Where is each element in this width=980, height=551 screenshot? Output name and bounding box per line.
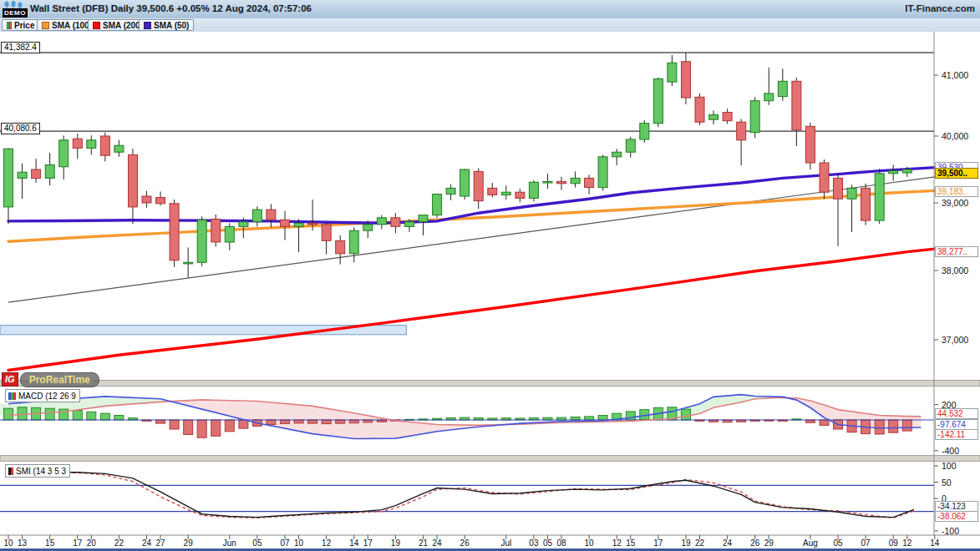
candle[interactable] [709,114,718,119]
macd-bar[interactable] [225,420,234,432]
candle[interactable] [294,223,303,226]
pane-separator[interactable] [0,381,980,387]
candle[interactable] [391,218,400,227]
macd-bar[interactable] [156,420,165,423]
macd-bar[interactable] [267,420,276,425]
candle[interactable] [792,81,801,129]
macd-bar[interactable] [875,420,884,434]
macd-bar[interactable] [820,420,829,425]
sma-200-line[interactable] [8,249,935,370]
candle[interactable] [737,122,746,140]
candle[interactable] [239,222,248,227]
macd-bar[interactable] [626,412,635,420]
candle[interactable] [129,154,138,207]
candle[interactable] [612,152,622,157]
candle[interactable] [875,174,884,220]
candle[interactable] [197,220,206,262]
candle[interactable] [308,223,317,225]
macd-bar[interactable] [322,420,331,424]
macd-bar[interactable] [100,413,109,420]
macd-bar[interactable] [682,409,691,420]
candle[interactable] [87,140,96,149]
candle[interactable] [419,215,428,222]
candle[interactable] [653,78,663,123]
candle[interactable] [405,222,414,227]
candle[interactable] [515,192,525,198]
macd-bar[interactable] [889,420,898,432]
macd-bar[interactable] [598,416,607,421]
macd-bar[interactable] [18,407,27,420]
macd-histogram[interactable] [4,407,912,437]
candle[interactable] [336,240,345,253]
candle[interactable] [834,178,843,199]
candle[interactable] [723,113,732,121]
candle[interactable] [682,62,691,98]
smi-label-box[interactable]: SMI (14 3 5 3 [5,464,70,478]
candle[interactable] [170,204,179,260]
candle[interactable] [474,171,483,200]
candle[interactable] [100,136,109,155]
candle[interactable] [626,139,635,152]
trendline[interactable] [8,177,935,302]
candle[interactable] [433,195,442,215]
macd-bar[interactable] [170,420,179,429]
candle[interactable] [32,169,41,178]
macd-bar[interactable] [4,408,13,420]
candle[interactable] [377,218,386,225]
candle[interactable] [668,63,677,82]
smi-main-line[interactable] [8,473,914,518]
candle[interactable] [585,178,594,187]
macd-bar[interactable] [45,408,54,420]
candle[interactable] [543,181,552,183]
candle[interactable] [902,169,911,173]
candle[interactable] [114,145,124,152]
chart-canvas[interactable] [0,0,980,551]
candle[interactable] [460,169,470,196]
candle[interactable] [225,226,234,242]
pane-separator[interactable] [0,456,980,462]
candle[interactable] [446,188,455,194]
candle[interactable] [349,230,358,254]
macd-bar[interactable] [308,420,317,423]
macd-bar[interactable] [114,416,124,421]
macd-label-box[interactable]: MACD (12 26 9 [5,389,80,402]
candle[interactable] [598,157,607,188]
candle[interactable] [764,94,774,101]
macd-bar[interactable] [197,420,206,437]
candle[interactable] [59,140,69,167]
macd-bar[interactable] [184,420,193,435]
macd-bar[interactable] [239,420,248,428]
candle[interactable] [695,97,704,122]
candle[interactable] [571,178,580,183]
candle[interactable] [861,188,871,220]
candle[interactable] [45,164,54,178]
candle[interactable] [73,139,82,148]
candle[interactable] [322,225,331,240]
candle[interactable] [847,188,856,199]
candle[interactable] [142,196,151,203]
candle[interactable] [820,163,829,192]
candle[interactable] [211,219,221,242]
macd-bar[interactable] [73,411,82,421]
candlestick-series[interactable] [4,53,912,277]
candle[interactable] [4,149,13,207]
candle[interactable] [488,188,497,195]
candle[interactable] [184,262,193,264]
candle[interactable] [557,181,566,183]
candle[interactable] [252,210,262,222]
candle[interactable] [778,81,787,96]
candle[interactable] [156,198,165,204]
candle[interactable] [501,192,510,195]
macd-bar[interactable] [87,412,96,420]
macd-bar[interactable] [281,420,290,423]
candle[interactable] [529,182,538,198]
candle[interactable] [363,225,373,230]
candle[interactable] [750,101,759,133]
candle[interactable] [889,171,898,174]
candle[interactable] [640,124,649,139]
candle[interactable] [267,210,276,220]
candle[interactable] [281,220,290,226]
macd-bar[interactable] [902,420,911,431]
candle[interactable] [805,126,815,163]
candle[interactable] [18,172,27,178]
